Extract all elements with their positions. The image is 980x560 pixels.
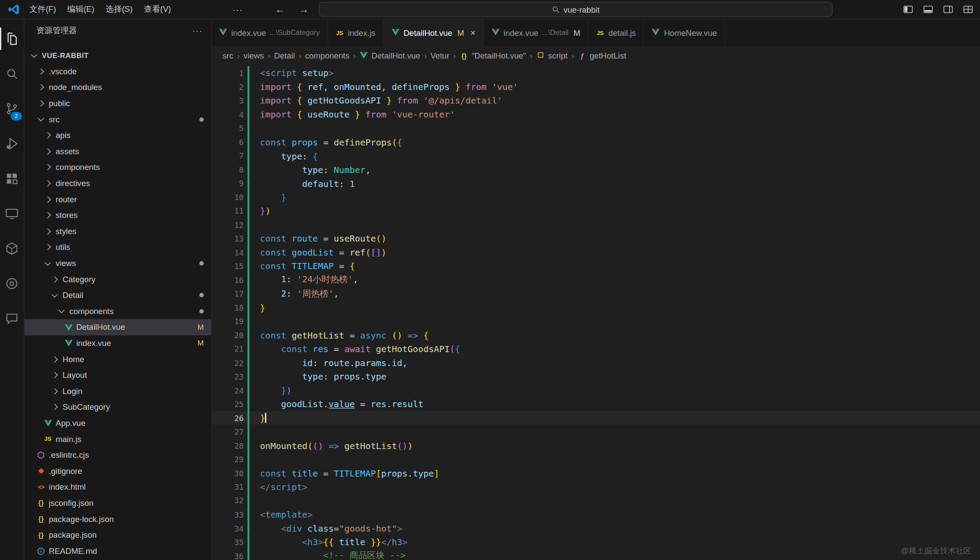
tree-item-vscode[interactable]: .vscode	[24, 63, 211, 80]
tree-item-index-html[interactable]: <>index.html	[24, 479, 211, 495]
code-line-26[interactable]: 26}	[211, 411, 980, 425]
breadcrumb-item-detailhot-vue[interactable]: DetailHot.vue	[360, 50, 420, 61]
code-line-19[interactable]: 19	[211, 315, 980, 328]
code-line-11[interactable]: 11})	[211, 204, 980, 218]
tree-item-subcategory[interactable]: SubCategory	[24, 399, 211, 415]
tab-index-js-1[interactable]: JSindex.js	[328, 19, 383, 46]
source-control-icon[interactable]: 2	[0, 91, 24, 126]
code-line-7[interactable]: 7 type: {	[211, 149, 980, 163]
menu-f[interactable]: 文件(F)	[24, 3, 62, 16]
code-line-17[interactable]: 17 2: '周热榜',	[211, 287, 980, 301]
tree-item-router[interactable]: router	[24, 191, 211, 207]
dependencies-icon[interactable]	[0, 231, 24, 266]
code-line-14[interactable]: 14const goodList = ref([])	[211, 245, 980, 259]
code-line-35[interactable]: 35 <h3>{{ title }}</h3>	[211, 536, 980, 550]
tree-item-home[interactable]: Home	[24, 351, 211, 367]
tree-item-public[interactable]: public	[24, 95, 211, 111]
code-line-20[interactable]: 20const getHotList = async () => {	[211, 328, 980, 342]
explorer-actions-icon[interactable]: ···	[192, 26, 202, 35]
tab-homenew-vue-5[interactable]: HomeNew.vue	[644, 19, 725, 46]
code-line-34[interactable]: 34 <div class="goods-hot">	[211, 522, 980, 536]
breadcrumb-item-components[interactable]: components	[305, 51, 349, 60]
code-line-3[interactable]: 3import { getHotGoodsAPI } from '@/apis/…	[211, 94, 980, 108]
code-line-6[interactable]: 6const props = defineProps({	[211, 135, 980, 149]
tree-item-styles[interactable]: styles	[24, 223, 211, 239]
plugin-icon[interactable]	[0, 266, 24, 301]
tree-item-detailhot-vue[interactable]: DetailHot.vueM	[24, 319, 211, 335]
toggle-primary-sidebar-icon[interactable]	[903, 4, 914, 15]
menu-e[interactable]: 编辑(E)	[62, 3, 100, 16]
menu-v[interactable]: 查看(V)	[138, 3, 177, 16]
tree-item-views[interactable]: views	[24, 255, 211, 271]
tree-item-main-js[interactable]: JSmain.js	[24, 431, 211, 447]
code-line-36[interactable]: 36 <!-- 商品区块 -->	[211, 549, 980, 560]
code-line-16[interactable]: 16 1: '24小时热榜',	[211, 273, 980, 287]
code-line-13[interactable]: 13const route = useRoute()	[211, 232, 980, 246]
run-debug-icon[interactable]	[0, 126, 24, 161]
tree-item-layout[interactable]: Layout	[24, 367, 211, 384]
breadcrumb-item-detailhot-vue[interactable]: {}"DetailHot.vue"	[460, 51, 526, 60]
tree-item-directives[interactable]: directives	[24, 175, 211, 191]
breadcrumb-item-src[interactable]: src	[222, 51, 233, 60]
tree-item-src[interactable]: src	[24, 111, 211, 128]
menu-s[interactable]: 选择(S)	[100, 3, 139, 16]
tree-item-login[interactable]: Login	[24, 383, 211, 399]
forward-icon[interactable]: →	[299, 0, 309, 19]
remote-explorer-icon[interactable]	[0, 196, 24, 231]
code-line-25[interactable]: 25 goodList.value = res.result	[211, 398, 980, 411]
tree-item-node-modules[interactable]: node_modules	[24, 80, 211, 96]
code-line-9[interactable]: 9 default: 1	[211, 176, 980, 190]
extensions-icon[interactable]	[0, 161, 24, 196]
code-line-32[interactable]: 32	[211, 494, 980, 508]
tree-item-package-json[interactable]: {}package.json	[24, 527, 211, 543]
code-line-12[interactable]: 12	[211, 218, 980, 232]
tab-detailhot-vue-2[interactable]: DetailHot.vueM×	[383, 19, 483, 46]
tab-index-vue-0[interactable]: index.vue...\SubCategory	[211, 19, 328, 46]
code-line-28[interactable]: 28onMounted(() => getHotList())	[211, 439, 980, 453]
tree-item-readme-md[interactable]: README.md	[24, 543, 211, 559]
code-line-15[interactable]: 15const TITLEMAP = {	[211, 259, 980, 273]
toggle-panel-icon[interactable]	[922, 4, 934, 15]
code-line-4[interactable]: 4import { useRoute } from 'vue-router'	[211, 107, 980, 121]
breadcrumb-item-vetur[interactable]: Vetur	[431, 51, 449, 60]
tree-item-detail[interactable]: Detail	[24, 287, 211, 304]
tree-item-stores[interactable]: stores	[24, 207, 211, 224]
tree-item-apis[interactable]: apis	[24, 128, 211, 144]
code-line-23[interactable]: 23 type: props.type	[211, 370, 980, 384]
close-icon[interactable]: ×	[470, 28, 476, 38]
explorer-icon[interactable]	[0, 21, 24, 56]
code-line-18[interactable]: 18}	[211, 301, 980, 315]
tree-item-components[interactable]: components	[24, 159, 211, 176]
code-line-1[interactable]: 1<script setup>	[211, 66, 980, 80]
code-line-8[interactable]: 8 type: Number,	[211, 163, 980, 177]
breadcrumb-item-script[interactable]: script	[536, 51, 568, 61]
more-menus-icon[interactable]: ···	[233, 0, 243, 19]
code-line-5[interactable]: 5	[211, 121, 980, 135]
code-line-21[interactable]: 21 const res = await getHotGoodsAPI({	[211, 342, 980, 356]
code-line-31[interactable]: 31</script>	[211, 480, 980, 494]
search-input[interactable]: vue-rabbit	[319, 2, 832, 17]
code-line-33[interactable]: 33<template>	[211, 508, 980, 522]
tree-item-eslintrc-cjs[interactable]: .eslintrc.cjs	[24, 447, 211, 463]
tree-item-assets[interactable]: assets	[24, 143, 211, 159]
breadcrumb-item-gethotlist[interactable]: ƒgetHotList	[578, 51, 626, 60]
tree-item-gitignore[interactable]: .gitignore	[24, 463, 211, 479]
customize-layout-icon[interactable]	[963, 4, 974, 15]
tab-index-vue-3[interactable]: index.vue...\DetailM	[483, 19, 588, 46]
tree-item-components[interactable]: components	[24, 303, 211, 319]
tree-item-utils[interactable]: utils	[24, 239, 211, 256]
code-line-27[interactable]: 27	[211, 425, 980, 439]
tree-item-package-lock-json[interactable]: {}package-lock.json	[24, 511, 211, 527]
tree-item-index-vue[interactable]: index.vueM	[24, 335, 211, 351]
tree-item-app-vue[interactable]: App.vue	[24, 415, 211, 431]
code-line-22[interactable]: 22 id: route.params.id,	[211, 356, 980, 370]
code-line-30[interactable]: 30const title = TITLEMAP[props.type]	[211, 467, 980, 480]
breadcrumb-item-detail[interactable]: Detail	[274, 51, 295, 60]
tree-item-vue-rabbit[interactable]: VUE-RABBIT	[24, 48, 211, 64]
back-icon[interactable]: ←	[275, 0, 285, 19]
code-line-10[interactable]: 10 }	[211, 190, 980, 204]
code-line-29[interactable]: 29	[211, 453, 980, 467]
chat-icon[interactable]	[0, 301, 24, 336]
tab-detail-js-4[interactable]: JSdetail.js	[588, 19, 644, 46]
tree-item-category[interactable]: Category	[24, 271, 211, 287]
